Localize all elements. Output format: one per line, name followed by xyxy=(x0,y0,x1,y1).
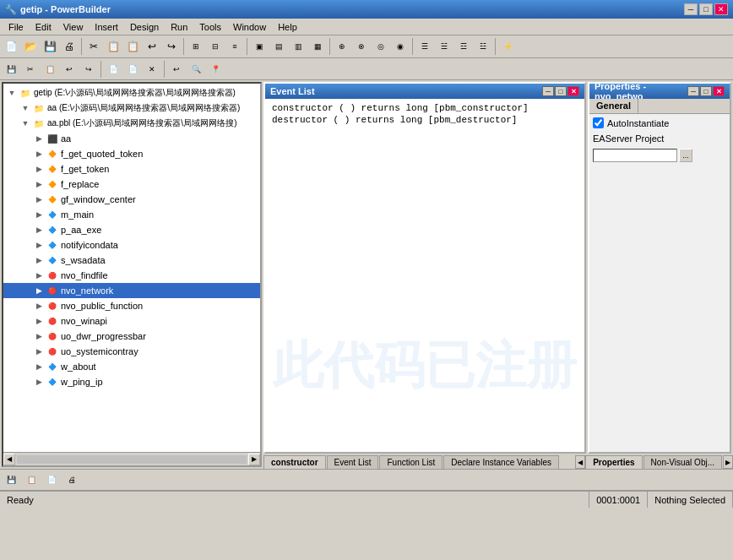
tb-cut[interactable]: ✂ xyxy=(84,37,103,56)
tb-b8[interactable]: ⊕ xyxy=(333,37,351,56)
bottom-tb-4[interactable]: 🖨 xyxy=(62,470,81,489)
minimize-button[interactable]: ─ xyxy=(684,3,698,15)
tree-root-1[interactable]: ▼ 📁 getip (E:\小源码\局域网网络搜索器\局域网网络搜索器) xyxy=(3,85,260,101)
props-minimize[interactable]: ─ xyxy=(687,86,699,96)
tab-scroll-left[interactable]: ◀ xyxy=(575,455,585,469)
event-line-2[interactable]: destructor ( ) returns long [pbm_destruc… xyxy=(272,114,578,126)
auto-instantiate-checkbox[interactable] xyxy=(593,117,604,128)
tree-item-f-get-quoted[interactable]: ▶ 🔶 f_get_quoted_token xyxy=(3,146,260,161)
tree-item-nvo-win[interactable]: ▶ 🔴 nvo_winapi xyxy=(3,313,260,329)
props-close[interactable]: ✕ xyxy=(713,86,725,96)
tree-item-w-ping[interactable]: ▶ 🔷 w_ping_ip xyxy=(3,374,260,389)
tb2-copy[interactable]: 📋 xyxy=(41,60,59,79)
tree-scrollbar-bottom[interactable]: ◀ ▶ xyxy=(3,452,260,465)
event-list-panel: Event List ─ □ ✕ constructor ( ) returns… xyxy=(263,82,586,454)
props-maximize[interactable]: □ xyxy=(700,86,712,96)
tree-item-gf-window[interactable]: ▶ 🔶 gf_window_center xyxy=(3,192,260,207)
menu-edit[interactable]: Edit xyxy=(30,21,57,33)
tb2-cut[interactable]: ✂ xyxy=(21,60,40,79)
tree-item-nvo-find[interactable]: ▶ 🔴 nvo_findfile xyxy=(3,268,260,283)
tab-declare-instance[interactable]: Declare Instance Variables xyxy=(443,455,559,469)
tree-root-3[interactable]: ▼ 📁 aa.pbl (E:\小源码\局域网网络搜索器\局域网网络搜) xyxy=(3,116,260,131)
bottom-tb-1[interactable]: 💾 xyxy=(2,470,20,489)
tb2-save[interactable]: 💾 xyxy=(2,60,20,79)
tree-item-uo-sys[interactable]: ▶ 🔴 uo_systemicontray xyxy=(3,344,260,359)
tb2-b1[interactable]: 📄 xyxy=(104,60,122,79)
tb-open[interactable]: 📂 xyxy=(21,37,40,56)
tree-area[interactable]: ▼ 📁 getip (E:\小源码\局域网网络搜索器\局域网网络搜索器) ▼ 📁… xyxy=(3,84,260,452)
tb-b2[interactable]: ⊟ xyxy=(206,37,225,56)
tb2-redo[interactable]: ↪ xyxy=(79,60,98,79)
tree-label-root2: aa (E:\小源码\局域网网络搜索器\局域网网络搜索器) xyxy=(47,102,240,114)
ea-server-browse[interactable]: ... xyxy=(679,149,692,162)
tb2-undo[interactable]: ↩ xyxy=(60,60,79,79)
tb-print[interactable]: 🖨 xyxy=(60,37,79,56)
tree-item-nvo-network[interactable]: ▶ 🔴 nvo_network xyxy=(3,283,260,298)
event-list-maximize[interactable]: □ xyxy=(555,86,567,96)
tree-item-f-replace[interactable]: ▶ 🔶 f_replace xyxy=(3,177,260,192)
tab-constructor[interactable]: constructor xyxy=(263,455,326,469)
tb-paste[interactable]: 📋 xyxy=(123,37,142,56)
tree-item-nvo-pub[interactable]: ▶ 🔴 nvo_public_function xyxy=(3,298,260,313)
tree-root-2[interactable]: ▼ 📁 aa (E:\小源码\局域网网络搜索器\局域网网络搜索器) xyxy=(3,101,260,116)
tb-b3[interactable]: ≡ xyxy=(225,37,244,56)
tb-b11[interactable]: ◉ xyxy=(391,37,410,56)
tb2-b5[interactable]: 🔍 xyxy=(187,60,205,79)
tb-b14[interactable]: ☲ xyxy=(454,37,473,56)
tb-b1[interactable]: ⊞ xyxy=(187,37,205,56)
scroll-left-btn[interactable]: ◀ xyxy=(3,454,15,465)
event-line-1[interactable]: constructor ( ) returns long [pbm_constr… xyxy=(272,102,578,114)
tb-b9[interactable]: ⊗ xyxy=(352,37,371,56)
tb-save[interactable]: 💾 xyxy=(41,37,59,56)
event-list-close[interactable]: ✕ xyxy=(567,86,579,96)
maximize-button[interactable]: □ xyxy=(699,3,713,15)
tree-item-w-about[interactable]: ▶ 🔷 w_about xyxy=(3,359,260,374)
tb-b15[interactable]: ☳ xyxy=(474,37,492,56)
menu-design[interactable]: Design xyxy=(125,21,164,33)
tb-copy[interactable]: 📋 xyxy=(104,37,122,56)
tb2-b4[interactable]: ↩ xyxy=(167,60,186,79)
tree-item-p-aa[interactable]: ▶ 🔷 p_aa_exe xyxy=(3,222,260,237)
tab-event-list[interactable]: Event List xyxy=(327,455,379,469)
bottom-tb-3[interactable]: 📄 xyxy=(42,470,61,489)
tb2-b2[interactable]: 📄 xyxy=(123,60,142,79)
close-button[interactable]: ✕ xyxy=(714,3,728,15)
tab-general[interactable]: General xyxy=(589,99,638,113)
tb-b13[interactable]: ☱ xyxy=(435,37,453,56)
tb-b16[interactable]: ⚡ xyxy=(498,37,517,56)
tb-b4[interactable]: ▣ xyxy=(250,37,269,56)
tb2-b6[interactable]: 📍 xyxy=(206,60,225,79)
menu-help[interactable]: Help xyxy=(273,21,302,33)
tb-b5[interactable]: ▤ xyxy=(269,37,288,56)
tree-item-uo-dwr[interactable]: ▶ 🔴 uo_dwr_progressbar xyxy=(3,329,260,344)
tb-undo[interactable]: ↩ xyxy=(143,37,161,56)
menu-window[interactable]: Window xyxy=(228,21,271,33)
tb-redo[interactable]: ↪ xyxy=(162,37,181,56)
tree-item-m-main[interactable]: ▶ 🔷 m_main xyxy=(3,207,260,222)
menu-run[interactable]: Run xyxy=(166,21,193,33)
ea-server-input[interactable] xyxy=(593,149,677,162)
tree-item-aa[interactable]: ▶ ⬛ aa xyxy=(3,131,260,146)
menu-tools[interactable]: Tools xyxy=(194,21,226,33)
tb-b12[interactable]: ☰ xyxy=(415,37,434,56)
tab-non-visual[interactable]: Non-Visual Obj... xyxy=(643,455,722,469)
event-list-minimize[interactable]: ─ xyxy=(542,86,554,96)
tb2-b3[interactable]: ✕ xyxy=(143,60,161,79)
tree-item-f-get-token[interactable]: ▶ 🔶 f_get_token xyxy=(3,161,260,177)
bottom-tb-2[interactable]: 📋 xyxy=(22,470,41,489)
tb-b10[interactable]: ◎ xyxy=(372,37,390,56)
menu-view[interactable]: View xyxy=(58,21,89,33)
tab-function-list[interactable]: Function List xyxy=(379,455,443,469)
folder-icon-1: 📁 xyxy=(19,86,32,100)
tab-properties[interactable]: Properties xyxy=(585,455,642,469)
tb-new[interactable]: 📄 xyxy=(2,37,20,56)
tab-scroll-right[interactable]: ▶ xyxy=(723,455,733,469)
menu-file[interactable]: File xyxy=(3,21,29,33)
menu-insert[interactable]: Insert xyxy=(90,21,123,33)
tree-item-notify[interactable]: ▶ 🔷 notifyicondata xyxy=(3,237,260,253)
tb-b6[interactable]: ▥ xyxy=(289,37,307,56)
tb-b7[interactable]: ▦ xyxy=(308,37,327,56)
tree-item-swsa[interactable]: ▶ 🔷 s_wsadata xyxy=(3,253,260,268)
label-nvon: nvo_network xyxy=(61,285,113,296)
scroll-right-btn[interactable]: ▶ xyxy=(248,454,260,465)
